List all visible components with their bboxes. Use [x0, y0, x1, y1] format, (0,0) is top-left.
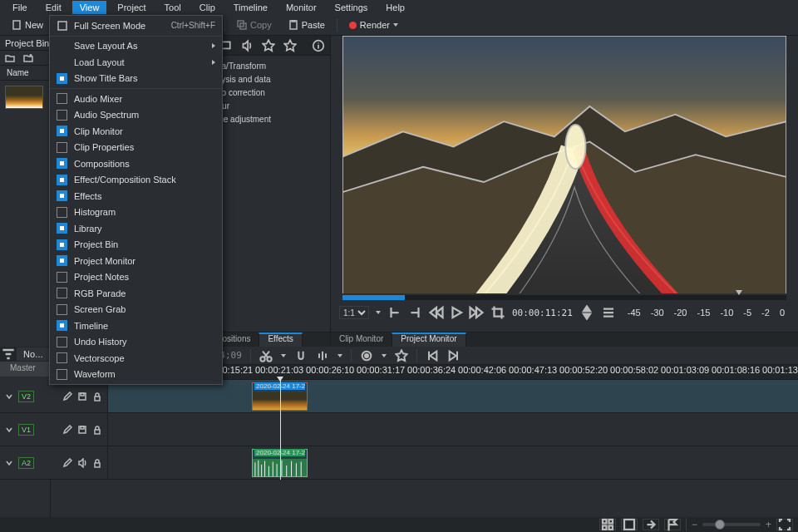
menu-view[interactable]: View [72, 1, 107, 14]
sound-icon[interactable] [77, 458, 87, 468]
new-folder-icon[interactable] [23, 53, 33, 63]
record-icon[interactable] [360, 349, 373, 362]
checkbox-icon [57, 239, 67, 250]
save-icon[interactable] [77, 425, 87, 435]
open-folder-icon[interactable] [5, 53, 15, 63]
menu-clip[interactable]: Clip [192, 1, 223, 14]
view-menu-item[interactable]: Effects [50, 188, 222, 204]
view-menu-item[interactable]: Clip Properties [50, 140, 222, 156]
view-menu-item[interactable]: Histogram [50, 204, 222, 221]
view-menu-item[interactable]: Waveform [50, 367, 222, 383]
new-button[interactable]: New [7, 18, 48, 32]
track-v1[interactable] [51, 413, 798, 446]
align-icon[interactable] [316, 349, 329, 362]
snap-icon[interactable] [294, 349, 308, 362]
track-head-a2[interactable]: A2 [0, 446, 108, 479]
view-menu-item[interactable]: Project Bin [50, 237, 222, 254]
checkbox-icon [57, 93, 67, 104]
arrow-right-icon[interactable] [643, 519, 659, 530]
filter-icon[interactable] [0, 347, 17, 361]
zoom-out-icon[interactable]: − [692, 519, 697, 530]
view-menu-item[interactable]: Audio Mixer [50, 91, 222, 107]
crop-icon[interactable] [490, 306, 505, 319]
paste-button[interactable]: Paste [283, 18, 330, 32]
tab-project-monitor[interactable]: Project Monitor [392, 332, 466, 347]
menu-icon[interactable] [601, 306, 616, 319]
copy-button[interactable]: Copy [232, 18, 277, 32]
menubar: File Edit View Project Tool Clip Timelin… [0, 0, 798, 15]
star-icon[interactable] [283, 39, 297, 52]
view-menu-item[interactable]: Show Title Bars [50, 71, 222, 87]
save-icon[interactable] [77, 392, 87, 401]
in-point-icon[interactable] [387, 306, 402, 319]
master-track-row[interactable]: Master [0, 362, 50, 377]
zoom-select[interactable]: 1:1 [339, 306, 369, 319]
grid-icon[interactable] [599, 519, 616, 530]
view-menu-item[interactable]: Effect/Composition Stack [50, 172, 222, 189]
edit-icon[interactable] [62, 425, 72, 435]
bin-clip-thumb[interactable] [5, 86, 43, 109]
view-menu-item[interactable]: Compositions [50, 155, 222, 172]
sound-icon[interactable] [240, 39, 254, 52]
view-menu-item[interactable]: Clip Monitor [50, 123, 222, 140]
play-icon[interactable] [449, 306, 464, 319]
tab-clip-monitor[interactable]: Clip Monitor [331, 332, 392, 347]
view-menu-item[interactable]: Project Monitor [50, 253, 222, 269]
edit-icon[interactable] [62, 458, 72, 468]
menu-item-label: Screen Grab [74, 304, 215, 314]
view-menu-item[interactable]: RGB Parade [50, 285, 222, 302]
view-menu-item[interactable]: Save Layout As [50, 38, 222, 55]
disk-icon[interactable] [621, 519, 638, 530]
updown-icon[interactable] [579, 306, 594, 319]
menu-settings[interactable]: Settings [328, 1, 376, 14]
menu-timeline[interactable]: Timeline [226, 1, 275, 14]
menu-project[interactable]: Project [110, 1, 153, 14]
view-menu-item[interactable]: Screen Grab [50, 302, 222, 318]
view-menu-item[interactable]: Vectorscope [50, 350, 222, 367]
track-v2[interactable]: 2020-02-24 17-26 [51, 380, 798, 413]
chevron-down-icon[interactable] [5, 392, 13, 401]
menu-monitor[interactable]: Monitor [278, 1, 324, 14]
view-menu-item[interactable]: Load Layout [50, 54, 222, 71]
edit-icon[interactable] [62, 392, 72, 401]
zoom-in-icon[interactable]: + [766, 519, 771, 530]
info-icon[interactable] [312, 39, 325, 52]
view-menu-item[interactable]: Timeline [50, 318, 222, 334]
timeline-tab[interactable]: No… [17, 347, 50, 361]
menu-file[interactable]: File [5, 1, 35, 14]
view-menu-item[interactable]: Undo History [50, 334, 222, 351]
go-end-icon[interactable] [447, 349, 461, 362]
menu-tool[interactable]: Tool [157, 1, 189, 14]
lock-icon[interactable] [92, 392, 102, 401]
lock-icon[interactable] [92, 458, 102, 468]
view-menu-item[interactable]: Full Screen ModeCtrl+Shift+F [50, 17, 222, 34]
menu-edit[interactable]: Edit [38, 1, 69, 14]
rewind-icon[interactable] [429, 306, 444, 319]
cut-icon[interactable] [259, 349, 273, 362]
zoom-slider[interactable] [702, 523, 761, 526]
star-outline-icon[interactable] [262, 39, 275, 52]
go-start-icon[interactable] [426, 349, 439, 362]
monitor-viewport[interactable] [342, 36, 786, 293]
menu-help[interactable]: Help [378, 1, 412, 14]
chevron-down-icon[interactable] [5, 459, 13, 467]
playhead-marker-icon[interactable] [736, 290, 742, 295]
track-head-v1[interactable]: V1 [0, 413, 108, 446]
flag-icon[interactable] [664, 519, 681, 530]
tab-effects[interactable]: Effects [259, 332, 302, 347]
forward-icon[interactable] [469, 306, 484, 319]
monitor-timecode[interactable]: 00:00:11:21 [512, 308, 573, 318]
timeline-playhead[interactable] [280, 380, 281, 480]
monitor-scrubber[interactable] [342, 295, 786, 300]
menu-item-label: Audio Mixer [74, 94, 215, 104]
track-a2[interactable]: 2020-02-24 17-26 [51, 446, 798, 480]
chevron-down-icon[interactable] [5, 426, 13, 434]
view-menu-item[interactable]: Library [50, 220, 222, 237]
render-button[interactable]: Render [344, 18, 403, 32]
out-point-icon[interactable] [407, 306, 422, 319]
view-menu-item[interactable]: Audio Spectrum [50, 107, 222, 124]
fit-icon[interactable] [776, 519, 793, 530]
fav-icon[interactable] [395, 349, 408, 362]
view-menu-item[interactable]: Project Notes [50, 269, 222, 286]
lock-icon[interactable] [92, 425, 102, 435]
